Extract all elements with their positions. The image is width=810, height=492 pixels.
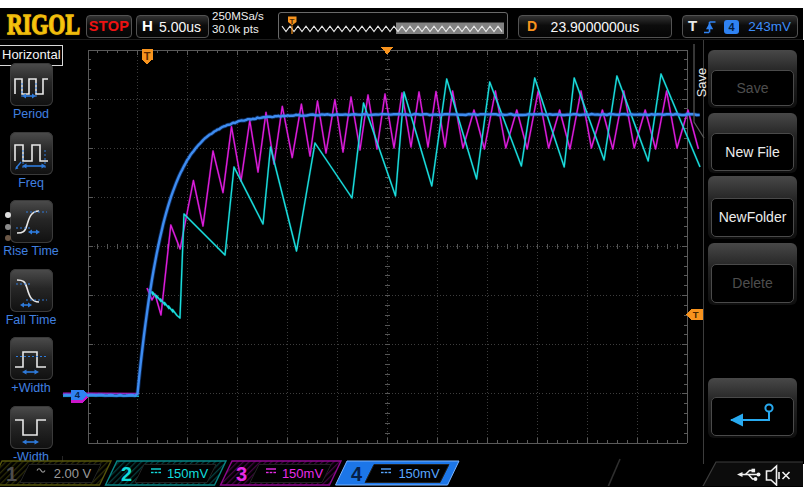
svg-text:T: T bbox=[693, 309, 699, 320]
svg-text:T: T bbox=[144, 50, 151, 62]
svg-text:4: 4 bbox=[75, 389, 81, 400]
svg-text:2: 2 bbox=[121, 463, 132, 485]
svg-text:150mV: 150mV bbox=[282, 466, 324, 481]
svg-text:2.00 V: 2.00 V bbox=[54, 466, 92, 481]
svg-text:150mV: 150mV bbox=[398, 466, 440, 481]
svg-text:T: T bbox=[290, 17, 295, 26]
svg-text:150mV: 150mV bbox=[167, 466, 209, 481]
svg-text:4: 4 bbox=[351, 463, 363, 485]
svg-text:3: 3 bbox=[236, 463, 247, 485]
svg-text:1: 1 bbox=[6, 463, 17, 485]
